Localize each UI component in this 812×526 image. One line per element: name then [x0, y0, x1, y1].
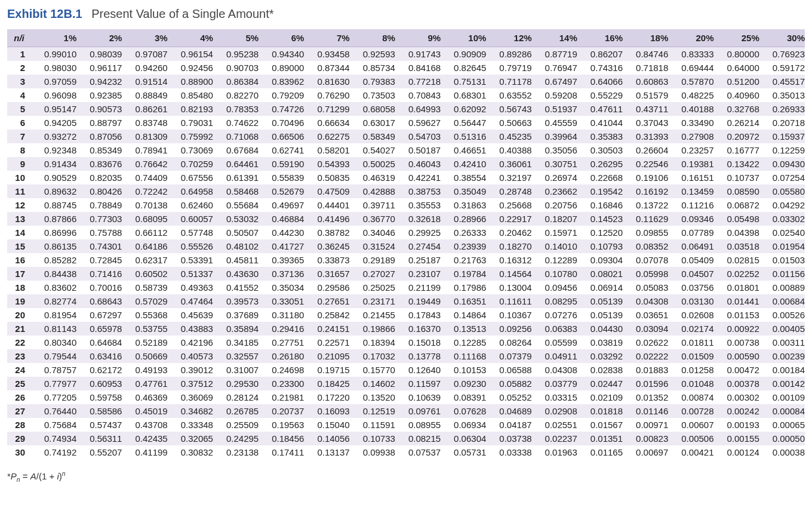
pv-cell: 0.01954 — [759, 239, 805, 253]
pv-cell: 0.75684 — [31, 418, 76, 432]
pv-cell: 0.14564 — [486, 267, 531, 281]
pv-cell: 0.46651 — [441, 143, 486, 157]
row-number: 5 — [7, 102, 31, 116]
row-number: 19 — [7, 294, 31, 308]
pv-cell: 0.58468 — [213, 184, 259, 198]
pv-cell: 0.78353 — [213, 102, 259, 116]
exhibit-subtitle: Present Value of a Single Amount* — [91, 7, 273, 20]
pv-cell: 0.93272 — [31, 130, 76, 143]
pv-cell: 0.01801 — [714, 281, 759, 294]
pv-cell: 0.53391 — [168, 253, 213, 267]
pv-cell: 0.45559 — [532, 116, 577, 130]
pv-cell: 0.35553 — [395, 198, 441, 212]
pv-cell: 0.00311 — [759, 336, 805, 349]
pv-cell: 0.43708 — [122, 418, 167, 432]
pv-cell: 0.57748 — [168, 226, 213, 239]
pv-cell: 0.29416 — [259, 322, 304, 336]
pv-cell: 0.92456 — [168, 61, 213, 75]
table-row: 90.914340.836760.766420.702590.644610.59… — [7, 157, 805, 171]
pv-cell: 0.96098 — [31, 88, 76, 102]
pv-cell: 0.01351 — [577, 432, 623, 445]
pv-cell: 0.06491 — [668, 239, 713, 253]
pv-cell: 0.12289 — [532, 253, 577, 267]
pv-cell: 0.04507 — [668, 267, 713, 281]
pv-cell: 0.33051 — [259, 294, 304, 308]
pv-cell: 0.26214 — [714, 116, 759, 130]
pv-cell: 0.57029 — [122, 294, 167, 308]
pv-cell: 0.00874 — [668, 390, 713, 404]
pv-cell: 0.07789 — [668, 226, 713, 239]
pv-cell: 0.02815 — [714, 253, 759, 267]
table-row: 100.905290.820350.744090.675560.613910.5… — [7, 171, 805, 184]
pv-cell: 0.35013 — [759, 88, 805, 102]
pv-cell: 0.30503 — [577, 143, 623, 157]
pv-cell: 0.51337 — [168, 267, 213, 281]
pv-cell: 0.76440 — [31, 404, 76, 418]
pv-cell: 0.42241 — [395, 171, 441, 184]
pv-cell: 0.00405 — [759, 322, 805, 336]
row-number: 15 — [7, 239, 31, 253]
pv-cell: 0.64461 — [213, 157, 259, 171]
pv-cell: 0.01818 — [577, 404, 623, 418]
row-number: 25 — [7, 377, 31, 390]
pv-cell: 0.88849 — [122, 88, 167, 102]
pv-cell: 0.13137 — [304, 445, 349, 459]
pv-cell: 0.62741 — [259, 143, 304, 157]
pv-cell: 0.06383 — [532, 322, 577, 336]
pv-cell: 0.70843 — [395, 88, 441, 102]
pv-cell: 0.11629 — [623, 212, 668, 226]
pv-cell: 0.19715 — [304, 363, 349, 377]
table-row: 120.887450.788490.701380.624600.556840.4… — [7, 198, 805, 212]
pv-cell: 0.16312 — [486, 253, 531, 267]
pv-cell: 0.05599 — [532, 336, 577, 349]
pv-cell: 0.39365 — [259, 253, 304, 267]
pv-cell: 0.03779 — [532, 377, 577, 390]
pv-cell: 0.09230 — [441, 377, 486, 390]
pv-cell: 0.19381 — [668, 157, 713, 171]
pv-cell: 0.01165 — [577, 445, 623, 459]
pv-cell: 0.03738 — [486, 432, 531, 445]
pv-cell: 0.50187 — [395, 143, 441, 157]
pv-cell: 0.41552 — [213, 281, 259, 294]
pv-cell: 0.13513 — [441, 322, 486, 336]
pv-cell: 0.55684 — [213, 198, 259, 212]
pv-cell: 0.04911 — [532, 349, 577, 363]
pv-cell: 0.16777 — [714, 143, 759, 157]
pv-cell: 0.76947 — [532, 61, 577, 75]
pv-cell: 0.35034 — [259, 281, 304, 294]
pv-cell: 0.58586 — [76, 404, 122, 418]
pv-cell: 0.31180 — [259, 308, 304, 322]
pv-cell: 0.67684 — [213, 143, 259, 157]
pv-cell: 0.17032 — [350, 349, 395, 363]
pv-cell: 0.18207 — [532, 212, 577, 226]
pv-cell: 0.83602 — [31, 281, 76, 294]
pv-cell: 0.59190 — [259, 157, 304, 171]
pv-cell: 0.15770 — [350, 363, 395, 377]
pv-cell: 0.22571 — [304, 336, 349, 349]
pv-cell: 0.40188 — [668, 102, 713, 116]
pv-cell: 0.00142 — [759, 377, 805, 390]
row-header-label: n/i — [7, 29, 31, 47]
table-row: 240.787570.621720.491930.390120.310070.2… — [7, 363, 805, 377]
pv-cell: 0.71416 — [76, 267, 122, 281]
table-row: 80.923480.853490.789410.730690.676840.62… — [7, 143, 805, 157]
pv-cell: 0.84438 — [31, 267, 76, 281]
pv-cell: 0.11216 — [668, 198, 713, 212]
pv-cell: 0.24151 — [304, 322, 349, 336]
pv-cell: 0.60863 — [623, 75, 668, 88]
pv-cell: 0.00378 — [714, 377, 759, 390]
pv-cell: 0.74192 — [31, 445, 76, 459]
pv-cell: 0.19784 — [441, 267, 486, 281]
pv-cell: 0.05580 — [759, 184, 805, 198]
pv-cell: 0.56743 — [486, 102, 531, 116]
pv-cell: 0.88745 — [31, 198, 76, 212]
pv-cell: 0.02908 — [532, 404, 577, 418]
pv-cell: 0.63017 — [350, 116, 395, 130]
pv-cell: 0.14523 — [577, 212, 623, 226]
pv-cell: 0.07276 — [532, 308, 577, 322]
pv-cell: 0.02608 — [668, 308, 713, 322]
col-header: 20% — [668, 29, 713, 47]
pv-cell: 0.58201 — [304, 143, 349, 157]
pv-cell: 0.62317 — [122, 253, 167, 267]
pv-cell: 0.49363 — [168, 281, 213, 294]
